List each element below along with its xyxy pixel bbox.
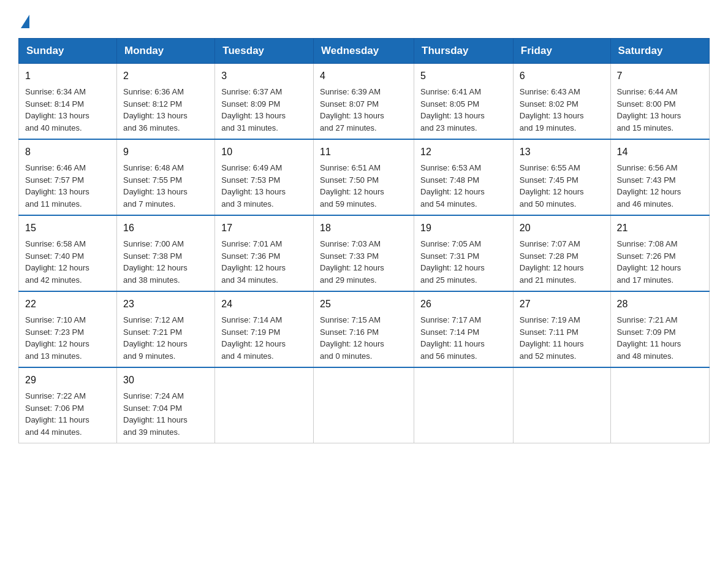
day-number: 22 [25,297,110,312]
day-header-saturday: Saturday [610,39,709,64]
calendar-cell: 12Sunrise: 6:53 AM Sunset: 7:48 PM Dayli… [414,139,514,215]
day-number: 5 [420,69,507,83]
day-number: 30 [123,373,208,388]
logo [18,12,29,28]
calendar-cell: 20Sunrise: 7:07 AM Sunset: 7:28 PM Dayli… [513,215,610,291]
calendar-cell: 21Sunrise: 7:08 AM Sunset: 7:26 PM Dayli… [610,215,709,291]
day-number: 12 [420,145,507,159]
day-number: 2 [123,69,208,83]
day-header-sunday: Sunday [19,39,117,64]
day-info: Sunrise: 7:22 AM Sunset: 7:06 PM Dayligh… [25,390,110,438]
day-info: Sunrise: 6:37 AM Sunset: 8:09 PM Dayligh… [221,86,307,134]
day-number: 27 [520,297,604,312]
day-info: Sunrise: 6:46 AM Sunset: 7:57 PM Dayligh… [25,162,110,210]
day-number: 21 [617,221,703,236]
day-info: Sunrise: 6:51 AM Sunset: 7:50 PM Dayligh… [320,162,408,210]
calendar-cell: 10Sunrise: 6:49 AM Sunset: 7:53 PM Dayli… [215,139,314,215]
calendar-cell: 28Sunrise: 7:21 AM Sunset: 7:09 PM Dayli… [610,291,709,367]
day-number: 28 [617,297,703,312]
calendar-cell: 2Sunrise: 6:36 AM Sunset: 8:12 PM Daylig… [117,64,215,140]
day-number: 11 [320,145,408,159]
day-number: 10 [221,145,307,159]
calendar-cell [414,367,514,443]
day-number: 4 [320,69,408,83]
calendar-cell: 19Sunrise: 7:05 AM Sunset: 7:31 PM Dayli… [414,215,514,291]
day-number: 8 [25,145,110,159]
calendar-cell: 16Sunrise: 7:00 AM Sunset: 7:38 PM Dayli… [117,215,215,291]
day-info: Sunrise: 7:00 AM Sunset: 7:38 PM Dayligh… [123,238,208,286]
day-info: Sunrise: 7:03 AM Sunset: 7:33 PM Dayligh… [320,238,408,286]
day-info: Sunrise: 6:58 AM Sunset: 7:40 PM Dayligh… [25,238,110,286]
calendar-cell: 22Sunrise: 7:10 AM Sunset: 7:23 PM Dayli… [19,291,117,367]
calendar-cell: 5Sunrise: 6:41 AM Sunset: 8:05 PM Daylig… [414,64,514,140]
day-info: Sunrise: 6:41 AM Sunset: 8:05 PM Dayligh… [420,86,507,134]
calendar-table: SundayMondayTuesdayWednesdayThursdayFrid… [18,38,710,443]
day-number: 19 [420,221,507,236]
logo-triangle-icon [21,15,29,28]
day-info: Sunrise: 7:12 AM Sunset: 7:21 PM Dayligh… [123,314,208,362]
calendar-cell: 24Sunrise: 7:14 AM Sunset: 7:19 PM Dayli… [215,291,314,367]
calendar-cell: 15Sunrise: 6:58 AM Sunset: 7:40 PM Dayli… [19,215,117,291]
calendar-cell: 29Sunrise: 7:22 AM Sunset: 7:06 PM Dayli… [19,367,117,443]
page-header [18,12,710,28]
calendar-cell: 3Sunrise: 6:37 AM Sunset: 8:09 PM Daylig… [215,64,314,140]
calendar-week-row: 29Sunrise: 7:22 AM Sunset: 7:06 PM Dayli… [19,367,710,443]
day-header-monday: Monday [117,39,215,64]
day-info: Sunrise: 7:07 AM Sunset: 7:28 PM Dayligh… [520,238,604,286]
day-header-tuesday: Tuesday [215,39,314,64]
day-number: 18 [320,221,408,236]
calendar-cell: 27Sunrise: 7:19 AM Sunset: 7:11 PM Dayli… [513,291,610,367]
day-info: Sunrise: 6:34 AM Sunset: 8:14 PM Dayligh… [25,86,110,134]
day-number: 15 [25,221,110,236]
calendar-cell [215,367,314,443]
day-number: 7 [617,69,703,83]
calendar-cell: 25Sunrise: 7:15 AM Sunset: 7:16 PM Dayli… [314,291,414,367]
day-header-thursday: Thursday [414,39,514,64]
day-info: Sunrise: 6:55 AM Sunset: 7:45 PM Dayligh… [520,162,604,210]
calendar-cell: 11Sunrise: 6:51 AM Sunset: 7:50 PM Dayli… [314,139,414,215]
calendar-cell [513,367,610,443]
calendar-cell: 18Sunrise: 7:03 AM Sunset: 7:33 PM Dayli… [314,215,414,291]
calendar-cell: 23Sunrise: 7:12 AM Sunset: 7:21 PM Dayli… [117,291,215,367]
day-info: Sunrise: 7:24 AM Sunset: 7:04 PM Dayligh… [123,390,208,438]
day-info: Sunrise: 7:01 AM Sunset: 7:36 PM Dayligh… [221,238,307,286]
calendar-cell: 4Sunrise: 6:39 AM Sunset: 8:07 PM Daylig… [314,64,414,140]
day-header-wednesday: Wednesday [314,39,414,64]
day-info: Sunrise: 6:53 AM Sunset: 7:48 PM Dayligh… [420,162,507,210]
calendar-cell: 30Sunrise: 7:24 AM Sunset: 7:04 PM Dayli… [117,367,215,443]
calendar-cell: 9Sunrise: 6:48 AM Sunset: 7:55 PM Daylig… [117,139,215,215]
day-number: 3 [221,69,307,83]
calendar-cell: 1Sunrise: 6:34 AM Sunset: 8:14 PM Daylig… [19,64,117,140]
calendar-cell [610,367,709,443]
calendar-cell: 26Sunrise: 7:17 AM Sunset: 7:14 PM Dayli… [414,291,514,367]
day-info: Sunrise: 6:56 AM Sunset: 7:43 PM Dayligh… [617,162,703,210]
day-header-friday: Friday [513,39,610,64]
calendar-header-row: SundayMondayTuesdayWednesdayThursdayFrid… [19,39,710,64]
day-number: 9 [123,145,208,159]
calendar-week-row: 1Sunrise: 6:34 AM Sunset: 8:14 PM Daylig… [19,64,710,140]
day-number: 14 [617,145,703,159]
day-info: Sunrise: 7:10 AM Sunset: 7:23 PM Dayligh… [25,314,110,362]
day-info: Sunrise: 6:43 AM Sunset: 8:02 PM Dayligh… [520,86,604,134]
calendar-cell: 6Sunrise: 6:43 AM Sunset: 8:02 PM Daylig… [513,64,610,140]
day-info: Sunrise: 6:44 AM Sunset: 8:00 PM Dayligh… [617,86,703,134]
day-number: 26 [420,297,507,312]
day-info: Sunrise: 7:21 AM Sunset: 7:09 PM Dayligh… [617,314,703,362]
calendar-week-row: 15Sunrise: 6:58 AM Sunset: 7:40 PM Dayli… [19,215,710,291]
day-number: 13 [520,145,604,159]
day-info: Sunrise: 6:36 AM Sunset: 8:12 PM Dayligh… [123,86,208,134]
day-number: 24 [221,297,307,312]
day-number: 25 [320,297,408,312]
calendar-cell [314,367,414,443]
day-number: 29 [25,373,110,388]
calendar-cell: 8Sunrise: 6:46 AM Sunset: 7:57 PM Daylig… [19,139,117,215]
calendar-week-row: 8Sunrise: 6:46 AM Sunset: 7:57 PM Daylig… [19,139,710,215]
calendar-cell: 7Sunrise: 6:44 AM Sunset: 8:00 PM Daylig… [610,64,709,140]
day-info: Sunrise: 7:08 AM Sunset: 7:26 PM Dayligh… [617,238,703,286]
calendar-week-row: 22Sunrise: 7:10 AM Sunset: 7:23 PM Dayli… [19,291,710,367]
day-number: 23 [123,297,208,312]
day-info: Sunrise: 6:48 AM Sunset: 7:55 PM Dayligh… [123,162,208,210]
day-info: Sunrise: 7:19 AM Sunset: 7:11 PM Dayligh… [520,314,604,362]
day-info: Sunrise: 7:14 AM Sunset: 7:19 PM Dayligh… [221,314,307,362]
calendar-cell: 13Sunrise: 6:55 AM Sunset: 7:45 PM Dayli… [513,139,610,215]
